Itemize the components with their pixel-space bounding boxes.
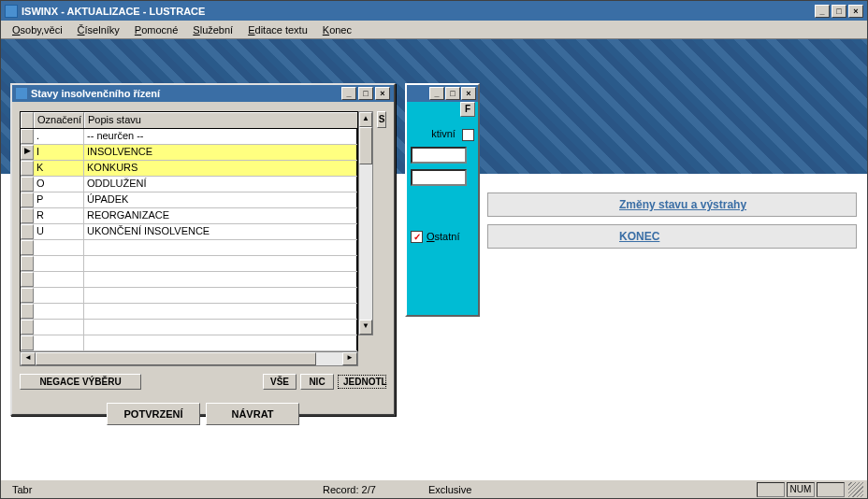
table-row[interactable]: RREORGANIZACE [21, 208, 357, 224]
table-row-empty [21, 240, 357, 256]
s-button[interactable]: S [377, 111, 386, 128]
scroll-down-button[interactable]: ▼ [359, 320, 372, 335]
menu-sluzebni[interactable]: Služební [185, 22, 240, 37]
status-num: NUM [787, 482, 815, 497]
filter-input-1[interactable] [411, 147, 467, 164]
table-row-empty [21, 335, 357, 351]
menu-konec[interactable]: Konec [315, 22, 359, 37]
table-row-empty [21, 256, 357, 272]
window-controls: _ □ × [815, 5, 863, 18]
aktivni-checkbox[interactable] [462, 129, 474, 141]
row-selector[interactable] [21, 161, 34, 176]
cell-oznaceni[interactable]: K [34, 161, 84, 176]
filter-panel: _ □ × F ktivní ✓ Ostatní [405, 83, 480, 317]
status-exclusive: Exclusive [421, 484, 479, 495]
dialog-title: Stavy insolvenčního řízení [31, 88, 341, 99]
status-record: Record: 2/7 [315, 484, 383, 495]
menu-editace[interactable]: Editace textu [240, 22, 315, 37]
filter-input-2[interactable] [411, 169, 467, 186]
minimize-button[interactable]: _ [815, 5, 830, 18]
workspace: Změny stavu a výstrahy KONEC _ □ × F kti… [1, 39, 867, 479]
menubar: Osoby,věci Číselníky Pomocné Služební Ed… [1, 21, 867, 39]
scroll-up-button[interactable]: ▲ [359, 112, 372, 127]
table-row[interactable]: PÚPADEK [21, 192, 357, 208]
menu-ciselniky[interactable]: Číselníky [70, 22, 127, 37]
cell-oznaceni[interactable]: R [34, 208, 84, 223]
table-row[interactable]: .-- neurčen -- [21, 129, 357, 145]
cell-popis[interactable]: INSOLVENCE [84, 145, 357, 160]
filter-titlebar: _ □ × [407, 85, 478, 102]
row-selector[interactable] [21, 224, 34, 239]
f-button[interactable]: F [460, 102, 475, 117]
vscroll-thumb[interactable] [359, 127, 372, 164]
close-button[interactable]: × [848, 5, 863, 18]
nic-button[interactable]: NIC [300, 374, 334, 390]
menu-pomocne[interactable]: Pomocné [127, 22, 185, 37]
scroll-corner [358, 335, 373, 350]
hscroll-thumb[interactable] [36, 352, 316, 365]
row-selector[interactable] [21, 177, 34, 192]
main-window: ISWINX - AKTUALIZACE - LUSTRACE _ □ × Os… [0, 0, 868, 499]
link-konec[interactable]: KONEC [619, 230, 659, 243]
filter-maximize-button[interactable]: □ [445, 87, 460, 100]
vse-button[interactable]: VŠE [263, 374, 297, 390]
row-selector[interactable] [21, 208, 34, 223]
cell-oznaceni[interactable]: O [34, 177, 84, 192]
table-row[interactable]: KKONKURS [21, 161, 357, 177]
dialog-titlebar: Stavy insolvenčního řízení _ □ × [12, 85, 394, 102]
stavy-grid[interactable]: Označení Popis stavu .-- neurčen --▶IINS… [20, 111, 358, 352]
negace-button[interactable]: NEGACE VÝBĚRU [20, 374, 141, 390]
jednotl-button[interactable]: JEDNOTL [338, 375, 386, 389]
ostatni-checkbox[interactable]: ✓ [411, 231, 423, 243]
filter-minimize-button[interactable]: _ [429, 87, 444, 100]
side-row-konec[interactable]: KONEC [487, 224, 857, 249]
filter-close-button[interactable]: × [461, 87, 476, 100]
row-selector[interactable]: ▶ [21, 145, 34, 160]
main-title: ISWINX - AKTUALIZACE - LUSTRACE [22, 6, 815, 17]
side-panel: Změny stavu a výstrahy KONEC [487, 192, 857, 256]
table-row[interactable]: UUKONČENÍ INSOLVENCE [21, 224, 357, 240]
cell-popis[interactable]: ÚPADEK [84, 192, 357, 207]
table-row-empty [21, 288, 357, 304]
potvrzeni-button[interactable]: POTVRZENÍ [107, 403, 200, 425]
table-row[interactable]: OODDLUŽENÍ [21, 177, 357, 192]
cell-oznaceni[interactable]: P [34, 192, 84, 207]
resize-grip-icon[interactable] [848, 482, 863, 497]
col-oznaceni[interactable]: Označení [34, 112, 84, 128]
cell-popis[interactable]: ODDLUŽENÍ [84, 177, 357, 192]
row-selector[interactable] [21, 192, 34, 207]
link-zmeny-stavu[interactable]: Změny stavu a výstrahy [619, 198, 746, 211]
statusbar: Tabr Record: 2/7 Exclusive NUM [1, 479, 867, 498]
status-tabr: Tabr [5, 484, 39, 495]
cell-popis[interactable]: -- neurčen -- [84, 129, 357, 144]
vertical-scrollbar[interactable]: ▲ ▼ [358, 111, 373, 335]
horizontal-scrollbar[interactable]: ◄ ► [20, 351, 358, 366]
grid-selector-header [21, 112, 34, 128]
table-row-empty [21, 304, 357, 320]
col-popis[interactable]: Popis stavu [84, 112, 357, 128]
side-row-zmeny[interactable]: Změny stavu a výstrahy [487, 192, 857, 217]
maximize-button[interactable]: □ [832, 5, 846, 18]
scroll-left-button[interactable]: ◄ [21, 352, 36, 365]
cell-oznaceni[interactable]: . [34, 129, 84, 144]
cell-oznaceni[interactable]: U [34, 224, 84, 239]
cell-popis[interactable]: UKONČENÍ INSOLVENCE [84, 224, 357, 239]
scroll-right-button[interactable]: ► [342, 352, 357, 365]
app-icon [5, 5, 18, 18]
cell-popis[interactable]: REORGANIZACE [84, 208, 357, 223]
navrat-button[interactable]: NÁVRAT [206, 403, 299, 425]
ostatni-label: Ostatní [427, 231, 459, 242]
dialog-maximize-button[interactable]: □ [358, 87, 373, 100]
cell-popis[interactable]: KONKURS [84, 161, 357, 176]
cell-oznaceni[interactable]: I [34, 145, 84, 160]
status-box-3 [817, 482, 845, 497]
status-box-1 [757, 482, 785, 497]
menu-osoby[interactable]: Osoby,věci [5, 22, 70, 37]
table-row[interactable]: ▶IINSOLVENCE [21, 145, 357, 161]
table-row-empty [21, 272, 357, 288]
dialog-close-button[interactable]: × [375, 87, 390, 100]
row-selector[interactable] [21, 129, 34, 144]
stavy-dialog: Stavy insolvenčního řízení _ □ × Označen… [10, 83, 396, 416]
dialog-minimize-button[interactable]: _ [341, 87, 356, 100]
aktivni-label: ktivní [431, 128, 456, 139]
